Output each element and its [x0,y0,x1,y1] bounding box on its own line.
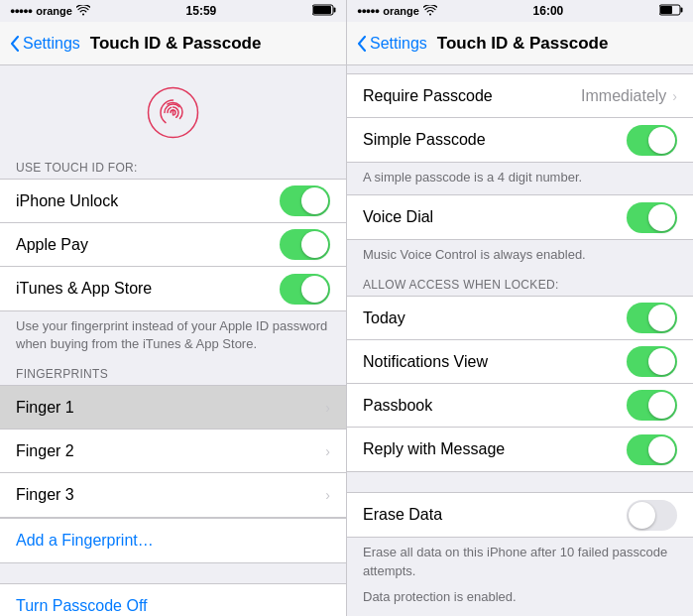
table-row[interactable]: Require Passcode Immediately › [347,74,693,118]
toggle-knob [629,502,655,529]
add-fingerprint-label: Add a Fingerprint… [16,532,330,550]
finger1-label: Finger 1 [16,399,325,417]
use-touch-id-header: USE TOUCH ID FOR: [0,155,346,179]
svg-rect-6 [660,6,672,14]
toggle-knob [648,348,675,375]
right-nav-title: Touch ID & Passcode [437,34,609,54]
passbook-label: Passbook [363,397,627,415]
spacer [0,563,346,583]
top-rows-group: Require Passcode Immediately › Simple Pa… [347,73,693,163]
erase-data-label: Erase Data [363,506,627,524]
iphone-unlock-label: iPhone Unlock [16,192,280,210]
left-back-button[interactable]: Settings [10,35,80,53]
touch-id-group: iPhone Unlock Apple Pay iTunes & App Sto… [0,179,346,311]
table-row[interactable]: Erase Data [347,493,693,537]
left-content: USE TOUCH ID FOR: iPhone Unlock Apple Pa… [0,65,346,616]
table-row[interactable]: Simple Passcode [347,118,693,162]
toggle-knob [301,187,328,214]
left-status-bar: ●●●●● orange 15:59 [0,0,346,22]
left-nav-title: Touch ID & Passcode [90,34,262,54]
notifications-view-label: Notifications View [363,353,627,371]
fingerprint-area [0,65,346,155]
apple-pay-toggle[interactable] [280,229,330,260]
right-screen: ●●●●● orange 16:00 [347,0,693,616]
table-row[interactable]: Apple Pay [0,223,346,267]
fingerprints-group: Finger 1 › Finger 2 › Finger 3 › [0,385,346,518]
require-passcode-label: Require Passcode [363,87,581,105]
left-status-left: ●●●●● orange [10,5,90,18]
table-row[interactable]: Turn Passcode Off [0,584,346,616]
add-fingerprint-group: Add a Fingerprint… [0,518,346,563]
right-status-bar: ●●●●● orange 16:00 [347,0,693,22]
allow-access-header: ALLOW ACCESS WHEN LOCKED: [347,272,693,296]
right-time: 16:00 [533,4,564,18]
voice-dial-label: Voice Dial [363,208,627,226]
svg-rect-5 [680,8,682,13]
table-row[interactable]: Reply with Message [347,428,693,471]
iphone-unlock-toggle[interactable] [280,185,330,216]
itunes-app-store-label: iTunes & App Store [16,280,280,298]
table-row[interactable]: Add a Fingerprint… [0,519,346,562]
toggle-knob [301,231,328,258]
left-back-label: Settings [23,35,80,53]
passbook-toggle[interactable] [627,390,677,421]
chevron-icon: › [672,88,677,104]
simple-passcode-label: Simple Passcode [363,131,627,149]
left-signal: ●●●●● [10,6,32,16]
apple-pay-label: Apple Pay [16,236,280,254]
svg-rect-2 [313,6,331,14]
require-passcode-value: Immediately [581,87,666,105]
toggle-knob [648,204,675,231]
svg-rect-1 [333,8,335,13]
toggle-knob [648,127,675,154]
simple-passcode-note: A simple passcode is a 4 digit number. [347,163,693,194]
right-back-label: Settings [370,35,427,53]
right-carrier: orange [383,5,419,17]
table-row[interactable]: Finger 1 › [0,386,346,430]
reply-with-message-toggle[interactable] [627,434,677,465]
right-back-button[interactable]: Settings [357,35,427,53]
right-status-left: ●●●●● orange [357,5,437,18]
table-row[interactable]: Finger 3 › [0,473,346,517]
toggle-knob [301,276,328,303]
fingerprint-icon [146,85,200,140]
voice-dial-group: Voice Dial [347,194,693,240]
erase-data-toggle[interactable] [627,500,677,531]
table-row[interactable]: Notifications View [347,340,693,384]
finger3-label: Finger 3 [16,486,325,504]
right-content: Require Passcode Immediately › Simple Pa… [347,65,693,616]
erase-data-note2: Data protection is enabled. [347,588,693,614]
table-row[interactable]: iPhone Unlock [0,180,346,223]
left-screen: ●●●●● orange 15:59 [0,0,347,616]
left-time: 15:59 [186,4,217,18]
chevron-icon: › [325,443,330,459]
today-toggle[interactable] [627,303,677,333]
erase-data-group: Erase Data [347,492,693,538]
table-row[interactable]: Today [347,297,693,340]
spacer [347,472,693,492]
notifications-view-toggle[interactable] [627,346,677,377]
left-carrier: orange [36,5,72,17]
table-row[interactable]: Voice Dial [347,195,693,239]
left-battery-icon [312,4,336,18]
itunes-toggle[interactable] [280,274,330,305]
fingerprints-header: FINGERPRINTS [0,361,346,385]
right-wifi-icon [423,5,437,18]
reply-with-message-label: Reply with Message [363,440,627,458]
passcode-actions-group: Turn Passcode Off Change Passcode [0,583,346,616]
simple-passcode-toggle[interactable] [627,125,677,156]
table-row[interactable]: Passbook [347,384,693,428]
table-row[interactable]: Finger 2 › [0,430,346,473]
table-row[interactable]: iTunes & App Store [0,267,346,310]
right-battery-icon [659,4,683,18]
voice-dial-toggle[interactable] [627,202,677,233]
left-status-right [312,4,336,18]
right-status-right [659,4,683,18]
today-label: Today [363,309,627,327]
left-nav-bar: Settings Touch ID & Passcode [0,22,346,65]
chevron-icon: › [325,487,330,503]
turn-passcode-off-label: Turn Passcode Off [16,597,330,615]
right-nav-bar: Settings Touch ID & Passcode [347,22,693,65]
erase-data-note1: Erase all data on this iPhone after 10 f… [347,538,693,587]
right-signal: ●●●●● [357,6,379,16]
